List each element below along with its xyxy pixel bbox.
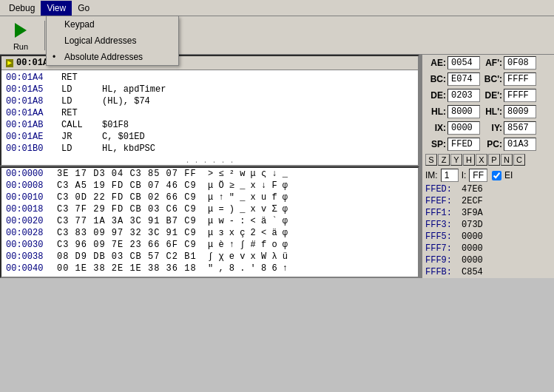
register-row: BC: E074 BC': FFFF — [422, 71, 554, 87]
run-icon — [10, 20, 31, 41]
hex-line: 00:0010C3 0D 22 FD CB 02 66 C9μ ↑ " _ x … — [1, 192, 418, 203]
reg-val-AF_prime[interactable]: 0F08 — [504, 56, 536, 70]
code-line: 00:01AEJRC, $01ED — [1, 131, 418, 143]
stack-line: FFED:47E6 — [422, 183, 554, 195]
current-arrow: ► — [6, 59, 13, 67]
divider: . . . . . . — [1, 157, 418, 165]
code-panel: ► 00:01A3 HALT 00:01A4RET00:01A5LDHL, ap… — [0, 55, 419, 166]
i-value: FF — [469, 169, 487, 182]
code-line: 00:01A8LD(HL), $74 — [1, 95, 418, 107]
hex-line: 00:0030C3 96 09 7E 23 66 6F C9μ è ↑ ∫ # … — [1, 239, 418, 251]
register-row: DE: 0203 DE': FFFF — [422, 87, 554, 104]
stack-section: FFED:47E6FFEF:2ECFFFF1:3F9AFFF3:073DFFF5… — [422, 183, 554, 278]
flag-z[interactable]: Z — [438, 154, 450, 166]
view-dropdown: Keypad Logical Addresses Absolute Addres… — [46, 16, 179, 66]
reg-val-BC[interactable]: E074 — [447, 72, 480, 86]
menu-debug[interactable]: Debug — [3, 1, 41, 16]
im-row: IM: 1 I: FF EI — [422, 167, 554, 183]
register-row: AE: 0054 AF': 0F08 — [422, 55, 554, 71]
hex-line: 00:0008C3 A5 19 FD CB 07 46 C9μ Ö ≥ _ x … — [1, 180, 418, 192]
svg-marker-0 — [15, 23, 27, 38]
flag-p[interactable]: P — [488, 154, 500, 166]
run-button[interactable]: Run — [6, 18, 36, 53]
menu-go[interactable]: Go — [72, 1, 95, 16]
hex-line: 00:0020C3 77 1A 3A 3C 91 B7 C9μ w - : < … — [1, 215, 418, 227]
stack-line: FFF7:0000 — [422, 243, 554, 254]
flag-c[interactable]: C — [513, 154, 525, 166]
hex-line: 00:0018C3 7F 29 FD CB 03 C6 C9μ = ) _ x … — [1, 203, 418, 215]
im-label: IM: — [425, 170, 438, 180]
hex-line: 00:00003E 17 D3 04 C3 85 07 FF> ≤ ² w μ … — [1, 168, 418, 180]
dropdown-logical-addresses[interactable]: Logical Addresses — [47, 33, 178, 49]
right-panel: AE: 0054 AF': 0F08 BC: E074 BC': FFFF DE… — [421, 55, 554, 278]
ei-checkbox[interactable] — [492, 171, 501, 180]
reg-val-HL_prime[interactable]: 8009 — [504, 105, 536, 118]
i-label: I: — [462, 170, 467, 180]
stack-line: FFF9:0000 — [422, 254, 554, 266]
flag-s[interactable]: S — [425, 154, 437, 166]
reg-val-DE_prime[interactable]: FFFF — [504, 89, 536, 102]
reg-val-DE[interactable]: 0203 — [447, 89, 480, 102]
register-row: HL: 8000 HL': 8009 — [422, 104, 554, 120]
im-value: 1 — [441, 169, 459, 182]
code-content: 00:01A4RET00:01A5LDHL, apdTimer00:01A8LD… — [1, 70, 418, 157]
hex-line: 00:003808 D9 DB 03 CB 57 C2 B1∫ χ e v x … — [1, 251, 418, 263]
run-label: Run — [13, 42, 28, 51]
main-content: ► 00:01A3 HALT 00:01A4RET00:01A5LDHL, ap… — [0, 55, 554, 278]
register-row: IX: 0000 IY: 8567 — [422, 120, 554, 136]
reg-val-SP[interactable]: FFED — [447, 138, 480, 151]
reg-val-PC[interactable]: 01A3 — [504, 138, 536, 151]
hex-panel: 00:00003E 17 D3 04 C3 85 07 FF> ≤ ² w μ … — [0, 166, 419, 278]
registers-section: AE: 0054 AF': 0F08 BC: E074 BC': FFFF DE… — [422, 55, 554, 152]
stack-line: FFF1:3F9A — [422, 207, 554, 219]
register-row: SP: FFED PC: 01A3 — [422, 136, 554, 152]
stack-line: FFF5:0000 — [422, 231, 554, 243]
stack-line: FFEF:2ECF — [422, 195, 554, 207]
code-line: 00:01B0LDHL, kbdPSC — [1, 143, 418, 155]
menu-view[interactable]: View — [41, 1, 72, 16]
reg-val-HL[interactable]: 8000 — [447, 105, 480, 118]
hex-line: 00:0028C3 83 09 97 32 3C 91 C9μ з x ç 2 … — [1, 227, 418, 239]
code-line: 00:01ABCALL$01F8 — [1, 119, 418, 131]
reg-val-IX[interactable]: 0000 — [447, 121, 480, 135]
flag-n[interactable]: N — [501, 154, 513, 166]
code-line: 00:01A5LDHL, apdTimer — [1, 84, 418, 95]
code-line: 00:01AARET — [1, 107, 418, 119]
reg-val-BC_prime[interactable]: FFFF — [504, 72, 536, 86]
flag-y[interactable]: Y — [450, 154, 462, 166]
flag-h[interactable]: H — [463, 154, 475, 166]
reg-val-AE[interactable]: 0054 — [447, 56, 480, 70]
dropdown-keypad[interactable]: Keypad — [47, 16, 178, 33]
flags-row: SZYHXPNC — [422, 152, 554, 167]
stack-line: FFFB:C854 — [422, 266, 554, 278]
menubar: Debug View Go — [0, 0, 554, 16]
dropdown-absolute-addresses[interactable]: Absolute Addresses — [47, 49, 178, 65]
flag-x[interactable]: X — [476, 154, 487, 166]
stack-line: FFF3:073D — [422, 219, 554, 231]
reg-val-IY[interactable]: 8567 — [504, 121, 536, 135]
code-line: 00:01A4RET — [1, 72, 418, 84]
ei-label: EI — [504, 170, 513, 180]
hex-line: 00:004000 1E 38 2E 1E 38 36 18" , 8 . ' … — [1, 263, 418, 274]
